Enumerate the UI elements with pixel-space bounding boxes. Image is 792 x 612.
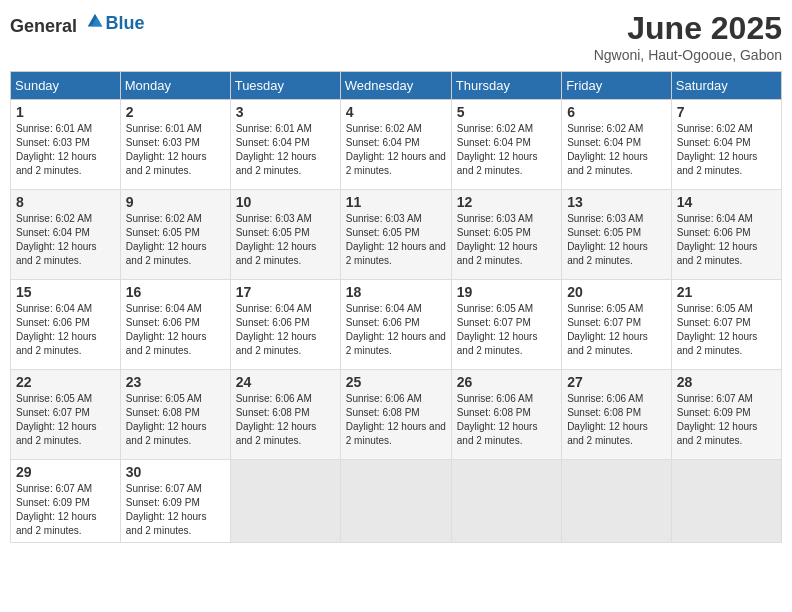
calendar-cell: 12 Sunrise: 6:03 AM Sunset: 6:05 PM Dayl… (451, 190, 561, 280)
location-title: Ngwoni, Haut-Ogooue, Gabon (594, 47, 782, 63)
day-info: Sunrise: 6:05 AM Sunset: 6:07 PM Dayligh… (457, 303, 538, 356)
day-info: Sunrise: 6:02 AM Sunset: 6:04 PM Dayligh… (457, 123, 538, 176)
day-info: Sunrise: 6:04 AM Sunset: 6:06 PM Dayligh… (346, 303, 446, 356)
calendar-cell: 17 Sunrise: 6:04 AM Sunset: 6:06 PM Dayl… (230, 280, 340, 370)
day-info: Sunrise: 6:03 AM Sunset: 6:05 PM Dayligh… (236, 213, 317, 266)
calendar-cell (451, 460, 561, 543)
calendar-cell: 25 Sunrise: 6:06 AM Sunset: 6:08 PM Dayl… (340, 370, 451, 460)
calendar-cell: 2 Sunrise: 6:01 AM Sunset: 6:03 PM Dayli… (120, 100, 230, 190)
day-number: 9 (126, 194, 225, 210)
day-info: Sunrise: 6:04 AM Sunset: 6:06 PM Dayligh… (236, 303, 317, 356)
day-info: Sunrise: 6:02 AM Sunset: 6:04 PM Dayligh… (16, 213, 97, 266)
calendar-cell: 22 Sunrise: 6:05 AM Sunset: 6:07 PM Dayl… (11, 370, 121, 460)
day-info: Sunrise: 6:04 AM Sunset: 6:06 PM Dayligh… (16, 303, 97, 356)
day-number: 30 (126, 464, 225, 480)
header-monday: Monday (120, 72, 230, 100)
day-info: Sunrise: 6:06 AM Sunset: 6:08 PM Dayligh… (346, 393, 446, 446)
day-number: 20 (567, 284, 666, 300)
day-info: Sunrise: 6:07 AM Sunset: 6:09 PM Dayligh… (16, 483, 97, 536)
calendar-cell: 6 Sunrise: 6:02 AM Sunset: 6:04 PM Dayli… (562, 100, 672, 190)
day-info: Sunrise: 6:06 AM Sunset: 6:08 PM Dayligh… (457, 393, 538, 446)
logo-general: General (10, 16, 77, 36)
calendar-cell: 16 Sunrise: 6:04 AM Sunset: 6:06 PM Dayl… (120, 280, 230, 370)
day-number: 25 (346, 374, 446, 390)
header-saturday: Saturday (671, 72, 781, 100)
title-area: June 2025 Ngwoni, Haut-Ogooue, Gabon (594, 10, 782, 63)
header-wednesday: Wednesday (340, 72, 451, 100)
week-row-4: 22 Sunrise: 6:05 AM Sunset: 6:07 PM Dayl… (11, 370, 782, 460)
calendar-cell: 20 Sunrise: 6:05 AM Sunset: 6:07 PM Dayl… (562, 280, 672, 370)
calendar-cell (340, 460, 451, 543)
calendar-cell: 8 Sunrise: 6:02 AM Sunset: 6:04 PM Dayli… (11, 190, 121, 280)
day-info: Sunrise: 6:07 AM Sunset: 6:09 PM Dayligh… (126, 483, 207, 536)
page-header: General Blue June 2025 Ngwoni, Haut-Ogoo… (10, 10, 782, 63)
day-info: Sunrise: 6:04 AM Sunset: 6:06 PM Dayligh… (126, 303, 207, 356)
calendar-cell: 3 Sunrise: 6:01 AM Sunset: 6:04 PM Dayli… (230, 100, 340, 190)
calendar-cell: 21 Sunrise: 6:05 AM Sunset: 6:07 PM Dayl… (671, 280, 781, 370)
calendar-cell: 1 Sunrise: 6:01 AM Sunset: 6:03 PM Dayli… (11, 100, 121, 190)
calendar-cell: 13 Sunrise: 6:03 AM Sunset: 6:05 PM Dayl… (562, 190, 672, 280)
calendar-cell (230, 460, 340, 543)
logo-icon (84, 10, 106, 32)
day-info: Sunrise: 6:01 AM Sunset: 6:03 PM Dayligh… (16, 123, 97, 176)
day-number: 8 (16, 194, 115, 210)
day-number: 19 (457, 284, 556, 300)
calendar-cell: 28 Sunrise: 6:07 AM Sunset: 6:09 PM Dayl… (671, 370, 781, 460)
calendar-cell: 19 Sunrise: 6:05 AM Sunset: 6:07 PM Dayl… (451, 280, 561, 370)
calendar-cell: 15 Sunrise: 6:04 AM Sunset: 6:06 PM Dayl… (11, 280, 121, 370)
day-info: Sunrise: 6:05 AM Sunset: 6:08 PM Dayligh… (126, 393, 207, 446)
header-tuesday: Tuesday (230, 72, 340, 100)
day-number: 13 (567, 194, 666, 210)
calendar-cell: 5 Sunrise: 6:02 AM Sunset: 6:04 PM Dayli… (451, 100, 561, 190)
day-info: Sunrise: 6:05 AM Sunset: 6:07 PM Dayligh… (677, 303, 758, 356)
day-number: 18 (346, 284, 446, 300)
calendar-table: SundayMondayTuesdayWednesdayThursdayFrid… (10, 71, 782, 543)
day-info: Sunrise: 6:01 AM Sunset: 6:03 PM Dayligh… (126, 123, 207, 176)
day-number: 17 (236, 284, 335, 300)
day-number: 6 (567, 104, 666, 120)
day-number: 26 (457, 374, 556, 390)
day-info: Sunrise: 6:02 AM Sunset: 6:04 PM Dayligh… (567, 123, 648, 176)
day-number: 24 (236, 374, 335, 390)
day-number: 14 (677, 194, 776, 210)
logo-blue: Blue (106, 13, 145, 33)
day-number: 11 (346, 194, 446, 210)
calendar-cell (671, 460, 781, 543)
calendar-cell: 30 Sunrise: 6:07 AM Sunset: 6:09 PM Dayl… (120, 460, 230, 543)
day-info: Sunrise: 6:02 AM Sunset: 6:05 PM Dayligh… (126, 213, 207, 266)
week-row-1: 1 Sunrise: 6:01 AM Sunset: 6:03 PM Dayli… (11, 100, 782, 190)
calendar-cell: 23 Sunrise: 6:05 AM Sunset: 6:08 PM Dayl… (120, 370, 230, 460)
day-number: 29 (16, 464, 115, 480)
day-number: 2 (126, 104, 225, 120)
day-info: Sunrise: 6:03 AM Sunset: 6:05 PM Dayligh… (346, 213, 446, 266)
day-info: Sunrise: 6:04 AM Sunset: 6:06 PM Dayligh… (677, 213, 758, 266)
calendar-cell: 24 Sunrise: 6:06 AM Sunset: 6:08 PM Dayl… (230, 370, 340, 460)
header-sunday: Sunday (11, 72, 121, 100)
calendar-cell: 27 Sunrise: 6:06 AM Sunset: 6:08 PM Dayl… (562, 370, 672, 460)
calendar-cell: 18 Sunrise: 6:04 AM Sunset: 6:06 PM Dayl… (340, 280, 451, 370)
day-number: 27 (567, 374, 666, 390)
day-info: Sunrise: 6:02 AM Sunset: 6:04 PM Dayligh… (346, 123, 446, 176)
day-number: 12 (457, 194, 556, 210)
calendar-cell: 7 Sunrise: 6:02 AM Sunset: 6:04 PM Dayli… (671, 100, 781, 190)
day-info: Sunrise: 6:05 AM Sunset: 6:07 PM Dayligh… (16, 393, 97, 446)
day-number: 22 (16, 374, 115, 390)
day-info: Sunrise: 6:03 AM Sunset: 6:05 PM Dayligh… (457, 213, 538, 266)
day-number: 7 (677, 104, 776, 120)
day-number: 3 (236, 104, 335, 120)
day-number: 15 (16, 284, 115, 300)
day-info: Sunrise: 6:05 AM Sunset: 6:07 PM Dayligh… (567, 303, 648, 356)
week-row-5: 29 Sunrise: 6:07 AM Sunset: 6:09 PM Dayl… (11, 460, 782, 543)
calendar-cell (562, 460, 672, 543)
day-number: 16 (126, 284, 225, 300)
day-info: Sunrise: 6:03 AM Sunset: 6:05 PM Dayligh… (567, 213, 648, 266)
header-thursday: Thursday (451, 72, 561, 100)
day-number: 4 (346, 104, 446, 120)
day-info: Sunrise: 6:06 AM Sunset: 6:08 PM Dayligh… (567, 393, 648, 446)
day-info: Sunrise: 6:02 AM Sunset: 6:04 PM Dayligh… (677, 123, 758, 176)
calendar-cell: 14 Sunrise: 6:04 AM Sunset: 6:06 PM Dayl… (671, 190, 781, 280)
day-number: 28 (677, 374, 776, 390)
calendar-cell: 26 Sunrise: 6:06 AM Sunset: 6:08 PM Dayl… (451, 370, 561, 460)
header-friday: Friday (562, 72, 672, 100)
week-row-2: 8 Sunrise: 6:02 AM Sunset: 6:04 PM Dayli… (11, 190, 782, 280)
